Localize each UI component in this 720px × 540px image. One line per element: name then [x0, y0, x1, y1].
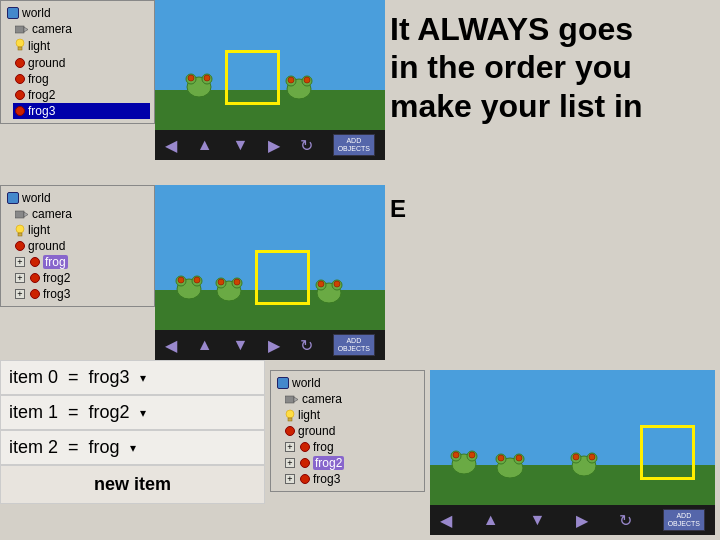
svg-point-21 [178, 277, 184, 283]
svg-point-26 [218, 279, 224, 285]
move-up-btn[interactable]: ▲ [197, 136, 213, 154]
new-item-button[interactable]: new item [0, 465, 265, 504]
light-icon [15, 38, 25, 54]
scene1: ◀ ▲ ▼ ▶ ↻ ADDOBJECTS [155, 0, 385, 160]
svg-rect-36 [288, 418, 292, 421]
svg-point-8 [204, 75, 210, 81]
p1-frog3[interactable]: frog3 [13, 103, 150, 119]
p1-frog2[interactable]: frog2 [13, 87, 150, 103]
frog-fig-2c [315, 277, 343, 306]
ground-icon [15, 58, 25, 68]
p2-frog[interactable]: + frog [13, 254, 150, 270]
p2-camera[interactable]: camera [13, 206, 150, 222]
item-row-2: item 2 = frog ▾ [0, 430, 265, 465]
s2-down-btn[interactable]: ▼ [232, 336, 248, 354]
svg-point-41 [469, 452, 475, 458]
p3-frog[interactable]: + frog [283, 439, 420, 455]
frog-icon3 [300, 442, 310, 452]
p3-camera[interactable]: camera [283, 391, 420, 407]
frog2-icon [15, 90, 25, 100]
expand-frog-p3[interactable]: + [285, 442, 295, 452]
svg-rect-14 [15, 211, 24, 218]
rotate-btn[interactable]: ↻ [300, 136, 313, 155]
frog-icon [15, 74, 25, 84]
world-icon2 [7, 192, 19, 204]
scene1-controls: ◀ ▲ ▼ ▶ ↻ ADDOBJECTS [155, 130, 385, 160]
expand-frog[interactable]: + [15, 257, 25, 267]
add-objects-btn3[interactable]: ADDOBJECTS [663, 509, 705, 530]
add-objects-btn1[interactable]: ADDOBJECTS [333, 134, 375, 155]
frog-fig-2b [215, 275, 243, 304]
item0-dropdown-icon[interactable]: ▾ [140, 371, 146, 385]
svg-point-40 [453, 452, 459, 458]
svg-point-46 [516, 455, 522, 461]
expand-frog3-p3[interactable]: + [285, 474, 295, 484]
p2-frog3[interactable]: + frog3 [13, 286, 150, 302]
frog-figure-1b [285, 73, 313, 102]
add-objects-btn2[interactable]: ADDOBJECTS [333, 334, 375, 355]
s3-left-btn[interactable]: ◀ [440, 511, 452, 530]
s3-right-btn[interactable]: ▶ [576, 511, 588, 530]
s2-right-btn[interactable]: ▶ [268, 336, 280, 355]
item2-dropdown-icon[interactable]: ▾ [130, 441, 136, 455]
p1-light[interactable]: light [13, 37, 150, 55]
p3-frog3[interactable]: + frog3 [283, 471, 420, 487]
p3-frog2[interactable]: + frog2 [283, 455, 420, 471]
light-icon3 [285, 409, 295, 422]
svg-point-27 [234, 279, 240, 285]
item-list: item 0 = frog3 ▾ item 1 = frog2 ▾ item 2… [0, 360, 265, 504]
p3-world[interactable]: world [275, 375, 420, 391]
panel3-world-list: world camera light ground + frog + frog2… [270, 370, 425, 492]
svg-point-45 [498, 455, 504, 461]
svg-point-50 [573, 454, 579, 460]
p3-ground[interactable]: ground [283, 423, 420, 439]
frog2-icon3 [300, 458, 310, 468]
s2-up-btn[interactable]: ▲ [197, 336, 213, 354]
e-label: E [390, 195, 406, 223]
svg-point-2 [16, 39, 24, 47]
svg-marker-1 [24, 27, 28, 32]
p1-camera[interactable]: camera [13, 21, 150, 37]
expand-frog2[interactable]: + [15, 273, 25, 283]
expand-frog3[interactable]: + [15, 289, 25, 299]
move-right-btn[interactable]: ▶ [268, 136, 280, 155]
svg-point-7 [188, 75, 194, 81]
frog-figure-1a [185, 71, 213, 100]
goal-frame2 [255, 250, 310, 305]
frog-fig-3b [495, 450, 525, 481]
move-down-btn[interactable]: ▼ [232, 136, 248, 154]
ground-icon2 [15, 241, 25, 251]
p3-light[interactable]: light [283, 407, 420, 423]
item0-label: item 0 [9, 367, 58, 388]
s2-rotate-btn[interactable]: ↻ [300, 336, 313, 355]
frog-fig-2a [175, 273, 203, 302]
frog2-icon2 [30, 273, 40, 283]
p2-frog2[interactable]: + frog2 [13, 270, 150, 286]
camera-icon [15, 24, 29, 35]
frog-fig-3c [570, 450, 598, 479]
goal-frame1 [225, 50, 280, 105]
expand-frog2-p3[interactable]: + [285, 458, 295, 468]
frog3-icon [15, 106, 25, 116]
p1-world[interactable]: world [5, 5, 150, 21]
scene2-controls: ◀ ▲ ▼ ▶ ↻ ADDOBJECTS [155, 330, 385, 360]
frog-icon2 [30, 257, 40, 267]
svg-marker-15 [24, 212, 28, 217]
move-left-btn[interactable]: ◀ [165, 136, 177, 155]
s3-up-btn[interactable]: ▲ [483, 511, 499, 529]
s2-left-btn[interactable]: ◀ [165, 336, 177, 355]
p2-ground[interactable]: ground [13, 238, 150, 254]
item-row-0: item 0 = frog3 ▾ [0, 360, 265, 395]
item1-dropdown-icon[interactable]: ▾ [140, 406, 146, 420]
frog3-icon3 [300, 474, 310, 484]
p1-ground[interactable]: ground [13, 55, 150, 71]
s3-rotate-btn[interactable]: ↻ [619, 511, 632, 530]
p2-light[interactable]: light [13, 222, 150, 238]
headline-text: It ALWAYS goes in the order you make you… [390, 10, 710, 125]
s3-down-btn[interactable]: ▼ [529, 511, 545, 529]
camera-icon2 [15, 209, 29, 220]
item0-value: frog3 [89, 367, 130, 388]
light-icon2 [15, 224, 25, 237]
p2-world[interactable]: world [5, 190, 150, 206]
p1-frog[interactable]: frog [13, 71, 150, 87]
